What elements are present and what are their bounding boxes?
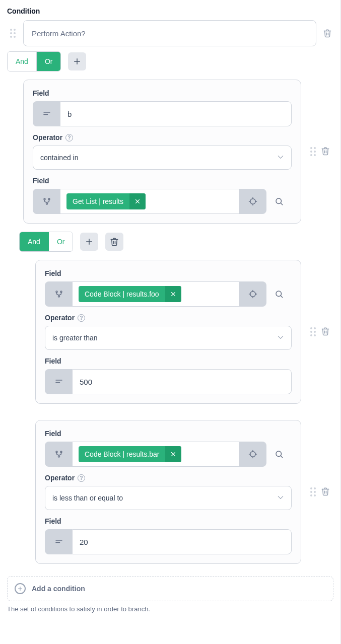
- text-icon: [54, 537, 63, 546]
- search-button[interactable]: [266, 281, 292, 307]
- drag-handle[interactable]: [310, 487, 316, 496]
- field-type-prefix[interactable]: [33, 101, 60, 126]
- plus-circle-icon: [15, 583, 26, 594]
- chevron-down-icon: [277, 334, 284, 342]
- chip-remove-button[interactable]: [129, 193, 146, 209]
- add-group-button-1[interactable]: [68, 52, 86, 70]
- condition-card-2-wrap: Field Code Block | results.foo: [19, 260, 333, 404]
- crosshair-icon: [248, 450, 257, 459]
- field-type-prefix-ref[interactable]: [45, 442, 72, 467]
- field-label-4: Field: [45, 517, 292, 525]
- help-icon[interactable]: ?: [78, 314, 85, 322]
- card1-field1-row: [33, 101, 292, 126]
- chip-remove-button[interactable]: [165, 446, 181, 462]
- svg-line-29: [281, 296, 282, 297]
- condition-card-3-wrap: Field Code Block | results.bar: [19, 420, 333, 564]
- operator-label-text: Operator: [45, 474, 75, 482]
- text-icon: [42, 109, 51, 118]
- target-picker-button[interactable]: [239, 281, 266, 307]
- operator-label-text: Operator: [33, 133, 62, 141]
- and-button-1[interactable]: And: [8, 52, 36, 71]
- card3-operator-select[interactable]: is less than or equal to: [45, 486, 292, 510]
- field-type-prefix-ref[interactable]: [45, 281, 72, 307]
- drag-handle[interactable]: [310, 327, 316, 336]
- card3-field1-row: Code Block | results.bar: [45, 442, 292, 467]
- delete-card-button[interactable]: [321, 327, 330, 337]
- svg-line-43: [281, 456, 282, 457]
- card3-side-actions: [306, 487, 333, 497]
- card1-field2-row: Get List | results: [33, 189, 292, 214]
- field-type-prefix[interactable]: [45, 369, 72, 394]
- target-picker-button[interactable]: [239, 189, 266, 214]
- branch-icon: [42, 197, 51, 206]
- help-icon[interactable]: ?: [65, 134, 73, 141]
- card2-operator-value: is greater than: [52, 334, 98, 342]
- condition-card-3: Field Code Block | results.bar: [35, 420, 301, 564]
- reference-chip: Get List | results: [66, 193, 146, 209]
- chip-label: Code Block | results.bar: [79, 450, 165, 458]
- and-button-2[interactable]: And: [20, 232, 48, 251]
- delete-group-button-2[interactable]: [105, 233, 123, 251]
- svg-point-37: [250, 452, 255, 457]
- reference-chip: Code Block | results.bar: [79, 446, 181, 462]
- plus-icon: [73, 57, 82, 66]
- operator-label: Operator ?: [33, 133, 292, 141]
- delete-card-button[interactable]: [321, 147, 330, 157]
- drag-dots-icon: [310, 487, 316, 496]
- condition-card-1-wrap: Field Operator ? contained in Field: [7, 80, 333, 224]
- svg-point-23: [250, 292, 255, 297]
- card1-field2-body[interactable]: Get List | results: [60, 189, 239, 214]
- trash-icon: [321, 487, 330, 496]
- branch-icon: [54, 450, 63, 459]
- or-button-1[interactable]: Or: [36, 52, 61, 71]
- condition-name-input[interactable]: [23, 20, 316, 46]
- trash-icon: [321, 147, 330, 156]
- or-button-2[interactable]: Or: [48, 232, 73, 251]
- search-button[interactable]: [266, 442, 292, 467]
- chevron-down-icon: [277, 494, 284, 503]
- footer-description: The set of conditions to satisfy in orde…: [7, 605, 333, 613]
- close-icon: [134, 198, 141, 205]
- card2-field1-body[interactable]: Code Block | results.foo: [72, 281, 239, 307]
- field-label: Field: [33, 89, 292, 97]
- chip-remove-button[interactable]: [165, 286, 181, 302]
- delete-condition-button[interactable]: [321, 29, 333, 38]
- field-type-prefix-ref[interactable]: [33, 189, 60, 214]
- close-icon: [170, 451, 177, 458]
- text-icon: [54, 377, 63, 386]
- field-type-prefix[interactable]: [45, 529, 72, 554]
- add-group-button-2[interactable]: [80, 233, 98, 251]
- field-label-2: Field: [33, 177, 292, 185]
- delete-card-button[interactable]: [321, 487, 330, 497]
- card3-field2-input[interactable]: [79, 537, 285, 547]
- plus-icon: [85, 237, 94, 246]
- drag-dots-icon: [10, 29, 16, 38]
- search-button[interactable]: [266, 189, 292, 214]
- target-picker-button[interactable]: [239, 442, 266, 467]
- reference-chip: Code Block | results.foo: [79, 286, 181, 302]
- add-condition-button[interactable]: Add a condition: [7, 576, 333, 601]
- drag-handle[interactable]: [310, 147, 316, 156]
- card2-field1-row: Code Block | results.foo: [45, 281, 292, 307]
- svg-point-28: [276, 291, 282, 297]
- and-or-toggle-1: And Or: [7, 51, 61, 71]
- help-icon[interactable]: ?: [78, 474, 85, 482]
- and-or-toggle-2: And Or: [19, 232, 73, 252]
- card3-field1-body[interactable]: Code Block | results.bar: [72, 442, 239, 467]
- drag-dots-icon: [310, 147, 316, 156]
- svg-point-9: [250, 199, 255, 204]
- close-icon: [170, 291, 177, 298]
- card1-operator-select[interactable]: contained in: [33, 146, 292, 170]
- card2-side-actions: [306, 327, 333, 337]
- card3-field2-row: [45, 529, 292, 554]
- search-icon: [275, 290, 284, 299]
- card1-field1-input[interactable]: [66, 109, 285, 119]
- svg-line-15: [281, 203, 282, 204]
- card2-operator-select[interactable]: is greater than: [45, 326, 292, 350]
- card2-field2-input[interactable]: [79, 377, 285, 387]
- card3-operator-value: is less than or equal to: [52, 494, 123, 502]
- operator-label-text: Operator: [45, 314, 75, 322]
- section-title: Condition: [7, 7, 333, 15]
- drag-handle[interactable]: [7, 29, 18, 38]
- field-label: Field: [45, 269, 292, 277]
